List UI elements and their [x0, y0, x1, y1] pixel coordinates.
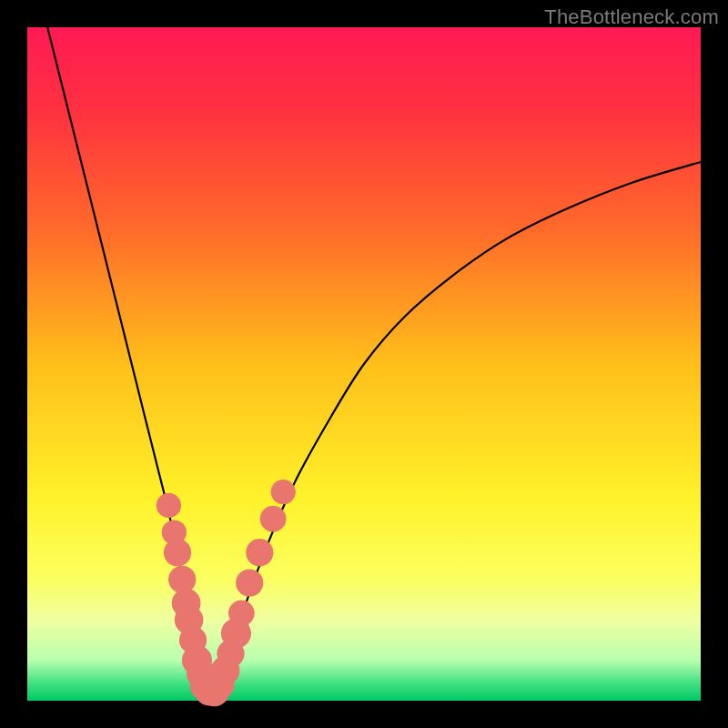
chart-svg — [0, 0, 728, 728]
scatter-dot — [228, 600, 255, 626]
scatter-dot — [164, 539, 191, 566]
scatter-dot — [236, 569, 263, 596]
scatter-dot — [271, 480, 296, 504]
scatter-dot — [246, 539, 273, 566]
scatter-dot — [260, 506, 287, 532]
chart-frame: TheBottleneck.com — [0, 0, 728, 728]
scatter-dot — [157, 493, 181, 518]
scatter-dot — [168, 566, 196, 593]
